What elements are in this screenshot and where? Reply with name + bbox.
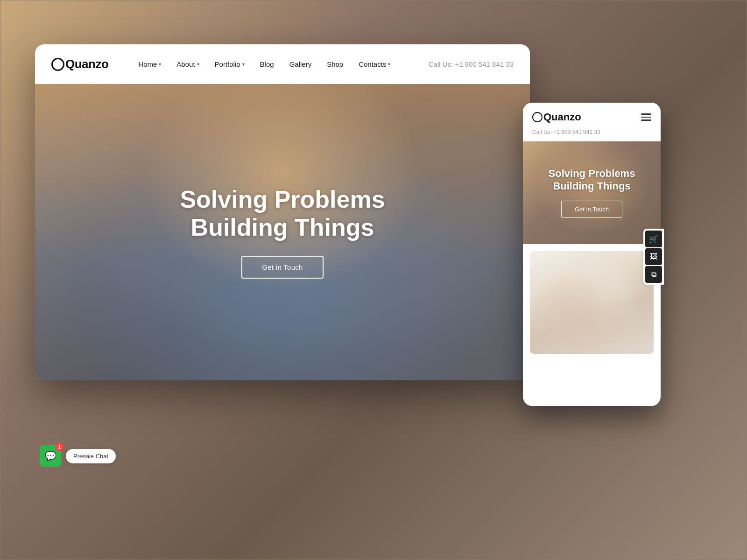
desktop-nav: Quanzo Home ▾ About ▾ Portfolio ▾ Blog G… bbox=[35, 44, 530, 84]
nav-portfolio-label: Portfolio bbox=[215, 60, 240, 68]
mobile-hero-title-line1: Solving Problems bbox=[549, 168, 635, 179]
nav-blog-label: Blog bbox=[260, 60, 274, 68]
chevron-down-icon: ▾ bbox=[242, 62, 245, 67]
mobile-image-card bbox=[530, 251, 654, 354]
mobile-header: Quanzo bbox=[523, 103, 661, 129]
layers-icon-button[interactable]: ⧉ bbox=[645, 266, 662, 283]
nav-shop-label: Shop bbox=[327, 60, 343, 68]
nav-phone: Call Us: +1 800 541 841 33 bbox=[429, 60, 514, 68]
desktop-mockup: Quanzo Home ▾ About ▾ Portfolio ▾ Blog G… bbox=[35, 44, 530, 380]
nav-item-gallery[interactable]: Gallery bbox=[283, 56, 318, 72]
phone-number: Call Us: +1 800 541 841 33 bbox=[429, 60, 514, 68]
logo-icon bbox=[51, 58, 65, 71]
nav-gallery-label: Gallery bbox=[289, 60, 312, 68]
nav-item-contacts[interactable]: Contacts ▾ bbox=[352, 56, 397, 72]
chat-widget: 💬 1 Presale Chat bbox=[40, 445, 116, 467]
hamburger-line bbox=[641, 113, 651, 115]
mobile-mockup: Quanzo Call Us: +1 800 541 841 33 Solvin… bbox=[523, 103, 661, 406]
chat-badge: 1 bbox=[55, 443, 63, 451]
mobile-phone: Call Us: +1 800 541 841 33 bbox=[523, 129, 661, 141]
desktop-hero: Solving Problems Building Things Get in … bbox=[35, 84, 530, 380]
hamburger-line bbox=[641, 117, 651, 118]
hero-title-line1: Solving Problems bbox=[180, 186, 385, 213]
image-icon: 🖼 bbox=[650, 252, 657, 261]
nav-contacts-label: Contacts bbox=[359, 60, 386, 68]
nav-item-home[interactable]: Home ▾ bbox=[132, 56, 168, 72]
hamburger-line bbox=[641, 119, 651, 121]
desktop-logo[interactable]: Quanzo bbox=[51, 57, 108, 71]
nav-item-blog[interactable]: Blog bbox=[254, 56, 281, 72]
chat-icon: 💬 bbox=[45, 450, 56, 462]
chat-label[interactable]: Presale Chat bbox=[66, 449, 116, 463]
cart-icon: 🛒 bbox=[649, 235, 658, 244]
hero-title-line2: Building Things bbox=[191, 214, 374, 241]
mobile-logo[interactable]: Quanzo bbox=[532, 111, 581, 123]
nav-home-label: Home bbox=[138, 60, 157, 68]
nav-links: Home ▾ About ▾ Portfolio ▾ Blog Gallery … bbox=[132, 56, 428, 72]
layers-icon: ⧉ bbox=[651, 270, 656, 279]
chevron-down-icon: ▾ bbox=[159, 62, 161, 67]
mobile-hero-content: Solving Problems Building Things Get in … bbox=[544, 163, 640, 223]
mobile-bottom bbox=[523, 244, 661, 361]
mobile-hero-title-line2: Building Things bbox=[553, 180, 630, 192]
hero-content: Solving Problems Building Things Get in … bbox=[180, 186, 385, 279]
logo-text: Quanzo bbox=[65, 57, 108, 71]
hero-title: Solving Problems Building Things bbox=[180, 186, 385, 242]
nav-about-label: About bbox=[176, 60, 195, 68]
mobile-hero: Solving Problems Building Things Get in … bbox=[523, 141, 661, 244]
hamburger-menu[interactable] bbox=[641, 113, 651, 121]
mobile-logo-text: Quanzo bbox=[543, 111, 581, 123]
cart-icon-button[interactable]: 🛒 bbox=[645, 231, 662, 247]
chevron-down-icon: ▾ bbox=[197, 62, 199, 67]
mobile-hero-title: Solving Problems Building Things bbox=[549, 168, 635, 192]
chat-button[interactable]: 💬 1 bbox=[40, 445, 61, 467]
side-icons-panel: 🛒 🖼 ⧉ bbox=[643, 229, 664, 285]
hero-cta-button[interactable]: Get in Touch bbox=[241, 256, 324, 279]
chevron-down-icon: ▾ bbox=[388, 62, 390, 67]
mobile-phone-number: Call Us: +1 800 541 841 33 bbox=[532, 129, 600, 135]
nav-item-portfolio[interactable]: Portfolio ▾ bbox=[208, 56, 251, 72]
mobile-hero-cta-button[interactable]: Get in Touch bbox=[561, 201, 622, 218]
nav-item-about[interactable]: About ▾ bbox=[170, 56, 205, 72]
nav-item-shop[interactable]: Shop bbox=[320, 56, 350, 72]
image-icon-button[interactable]: 🖼 bbox=[645, 248, 662, 265]
